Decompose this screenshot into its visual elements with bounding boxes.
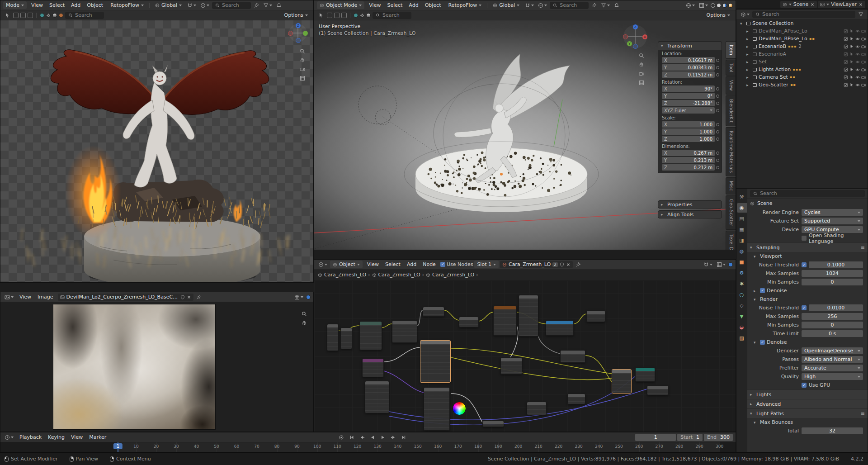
gradient-swatch[interactable] bbox=[52, 13, 57, 18]
snap-toggle[interactable] bbox=[186, 2, 198, 9]
checker-swatch[interactable] bbox=[46, 13, 51, 18]
3d-viewport-canvas[interactable]: User Perspective (1) Scene Collection | … bbox=[314, 20, 736, 250]
ortho-toggle-icon[interactable] bbox=[639, 80, 644, 85]
advanced-section-header[interactable]: ▸Advanced bbox=[747, 399, 868, 408]
material-slot-dropdown[interactable]: Slot 1 bbox=[474, 261, 499, 268]
shader-node[interactable] bbox=[612, 369, 632, 394]
sidebar-tab[interactable]: Texel Density bbox=[726, 231, 736, 250]
light-paths-section-header[interactable]: ▾Light Paths≡ bbox=[747, 408, 868, 418]
notifications-button[interactable] bbox=[275, 2, 283, 9]
location-field[interactable]: Z0.11512 m bbox=[662, 71, 715, 78]
active-tool-button[interactable] bbox=[3, 12, 11, 19]
transform-panel-header[interactable]: ▾ Transform bbox=[658, 42, 722, 50]
presets-menu-icon[interactable]: ≡ bbox=[861, 411, 865, 417]
object-mode-dropdown[interactable]: Object Mode bbox=[317, 1, 364, 9]
selectable-icon[interactable] bbox=[849, 37, 854, 41]
animate-decorator-icon[interactable] bbox=[716, 73, 719, 76]
denoise-checkbox[interactable]: ✓ bbox=[760, 340, 765, 345]
editor-type-button[interactable] bbox=[3, 294, 15, 301]
display-channels-button[interactable] bbox=[293, 294, 305, 301]
lights-section-header[interactable]: ▸Lights bbox=[747, 389, 868, 399]
exclude-checkbox-icon[interactable] bbox=[844, 67, 848, 72]
auto-keyframe-button[interactable] bbox=[337, 434, 346, 441]
properties-tab[interactable]: ✱ bbox=[737, 279, 747, 289]
overlay-toggle[interactable] bbox=[715, 261, 727, 268]
viewlayer-selector[interactable]: ViewLayer bbox=[818, 1, 865, 8]
viewport-search-input[interactable]: Search bbox=[212, 2, 251, 9]
r-noise-field[interactable]: 0.0100 bbox=[809, 304, 863, 311]
retopoflow-menu[interactable]: RetopoFlow bbox=[108, 1, 146, 9]
shader-node[interactable] bbox=[493, 306, 517, 336]
image-editor-canvas[interactable] bbox=[0, 302, 313, 432]
denoise-section-header[interactable]: ▾✓Denoise bbox=[747, 338, 868, 346]
shader-node[interactable] bbox=[340, 327, 352, 349]
time-limit-field[interactable]: 0 s bbox=[802, 330, 863, 337]
hide-eye-icon[interactable] bbox=[855, 52, 860, 57]
viewport-menu-item[interactable]: View bbox=[366, 1, 384, 9]
properties-tab[interactable]: ⚙ bbox=[737, 268, 747, 278]
properties-tab[interactable]: ○ bbox=[737, 290, 747, 299]
prefilter-select[interactable]: Accurate bbox=[802, 365, 863, 371]
shading-wireframe-button[interactable] bbox=[711, 3, 715, 8]
use-nodes-checkbox[interactable]: ✓ bbox=[440, 262, 445, 267]
hide-eye-icon[interactable] bbox=[855, 37, 860, 41]
remove-viewlayer-icon[interactable] bbox=[859, 2, 863, 7]
select-circle-tool[interactable] bbox=[20, 13, 26, 18]
scale-field[interactable]: Z1.000 bbox=[662, 136, 715, 142]
rotation-field[interactable]: Z-21.288° bbox=[662, 100, 715, 106]
image-menu-item[interactable]: View bbox=[16, 293, 34, 301]
disclosure-icon[interactable]: ▸ bbox=[746, 37, 751, 41]
viewport-menu-item[interactable]: Add bbox=[68, 1, 84, 9]
gizmo-toggle[interactable] bbox=[306, 295, 311, 299]
shader-node[interactable] bbox=[423, 307, 444, 317]
zoom-icon[interactable] bbox=[302, 311, 307, 317]
disclosure-icon[interactable]: ▸ bbox=[746, 29, 751, 33]
breadcrumb-item[interactable]: Cara_Zrmesh_LO› bbox=[318, 272, 370, 278]
location-field[interactable]: X0.16617 m bbox=[662, 57, 715, 63]
selectable-icon[interactable] bbox=[849, 83, 854, 87]
sidebar-tab[interactable]: Misc bbox=[726, 177, 736, 195]
disable-render-camera-icon[interactable] bbox=[861, 37, 866, 41]
properties-tab[interactable]: ◍ bbox=[737, 247, 747, 256]
bookmark-button[interactable] bbox=[252, 2, 260, 9]
outliner-collection-row[interactable]: ▸ Geo-Scatter ▪▪ bbox=[736, 81, 868, 89]
shader-node[interactable] bbox=[482, 421, 504, 427]
fake-user-shield-icon[interactable] bbox=[180, 295, 185, 299]
properties-tab[interactable]: ◒ bbox=[737, 323, 747, 332]
outliner-display-mode-dropdown[interactable] bbox=[739, 11, 751, 18]
unlink-material-icon[interactable] bbox=[566, 262, 571, 267]
render-viewport-canvas[interactable]: Z bbox=[0, 20, 313, 282]
filter-button[interactable] bbox=[599, 2, 611, 9]
move-tool[interactable] bbox=[334, 13, 340, 18]
outliner-filter-button[interactable] bbox=[857, 11, 865, 18]
disable-render-camera-icon[interactable] bbox=[861, 29, 866, 33]
active-tool-button[interactable] bbox=[317, 12, 325, 19]
viewport-menu-item[interactable]: View bbox=[28, 1, 46, 9]
editor-type-button[interactable] bbox=[3, 434, 15, 441]
shading-rendered-button[interactable] bbox=[728, 3, 733, 8]
disclosure-icon[interactable]: ▸ bbox=[746, 75, 751, 80]
shader-node[interactable] bbox=[392, 320, 417, 343]
shader-node[interactable] bbox=[424, 387, 450, 431]
properties-tab[interactable]: ▤ bbox=[737, 214, 747, 223]
outliner-collection-row[interactable]: ▸ Set bbox=[736, 58, 868, 66]
exclude-checkbox-icon[interactable] bbox=[844, 83, 848, 87]
exclude-checkbox-icon[interactable] bbox=[844, 75, 848, 80]
properties-tab[interactable]: ◨ bbox=[737, 236, 747, 245]
pan-hand-icon[interactable] bbox=[639, 62, 644, 67]
selectable-icon[interactable] bbox=[849, 52, 854, 57]
properties-tab[interactable]: ◉ bbox=[737, 203, 747, 213]
viewport-axis-gizmo[interactable]: Z X Y bbox=[623, 25, 647, 48]
shader-node[interactable] bbox=[586, 310, 605, 322]
viewport-axis-gizmo[interactable]: Z bbox=[289, 24, 307, 42]
proportional-editing-toggle[interactable] bbox=[537, 2, 548, 9]
exclude-checkbox-icon[interactable] bbox=[844, 44, 848, 49]
shader-menu-item[interactable]: Node bbox=[420, 261, 439, 268]
selectable-icon[interactable] bbox=[849, 29, 854, 33]
select-box-tool[interactable] bbox=[327, 13, 332, 18]
image-name-field[interactable]: DevilMan_Lo2_Cuerpo_Zremesh_LO_BaseColor… bbox=[58, 294, 193, 301]
disable-render-camera-icon[interactable] bbox=[861, 60, 866, 64]
jump-to-start-button[interactable] bbox=[347, 434, 356, 441]
dimension-field[interactable]: Y0.213 m bbox=[662, 157, 715, 163]
node-editor-canvas[interactable] bbox=[314, 280, 736, 432]
